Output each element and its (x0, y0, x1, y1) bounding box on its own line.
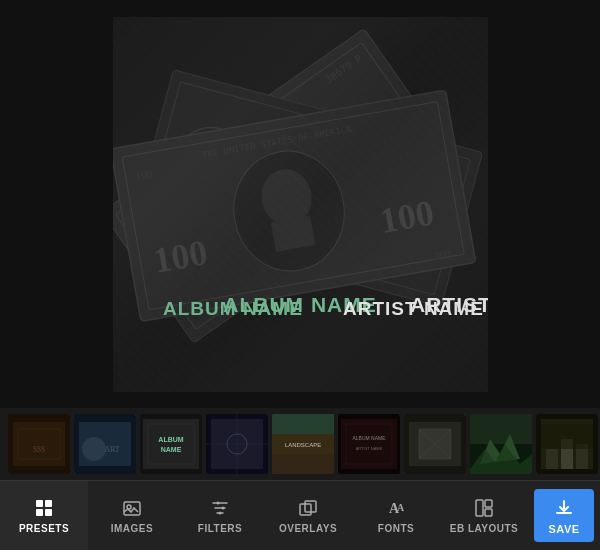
svg-rect-70 (36, 509, 43, 516)
fonts-tab[interactable]: A a FonTS (352, 481, 440, 550)
thumbnail-8[interactable] (470, 414, 532, 474)
svg-rect-25 (13, 422, 65, 466)
filters-label: FILTERS (198, 523, 242, 534)
thumbnail-6[interactable]: ALBUM NAME ARTIST NAME (338, 414, 400, 474)
svg-text:ALBUM: ALBUM (158, 436, 183, 443)
svg-rect-59 (470, 414, 532, 444)
layouts-icon (473, 497, 495, 519)
save-button[interactable]: SAVE (534, 489, 594, 542)
svg-rect-48 (341, 419, 397, 469)
fonts-icon: A a (385, 497, 407, 519)
svg-text:ARTIST NAME: ARTIST NAME (343, 298, 484, 319)
save-label: SAVE (548, 523, 579, 535)
svg-text:a: a (397, 502, 405, 513)
album-cover: 100 J8679 P 100 (113, 17, 488, 392)
layouts-tab[interactable]: EB Layouts (440, 481, 528, 550)
layouts-label: EB Layouts (450, 523, 519, 534)
presets-label: PRESETS (19, 523, 69, 534)
images-label: IMAGES (111, 523, 153, 534)
svg-point-30 (82, 437, 106, 461)
overlays-icon (297, 497, 319, 519)
svg-text:ARTIST NAME: ARTIST NAME (356, 446, 383, 451)
canvas-area: 100 J8679 P 100 (0, 0, 600, 408)
svg-text:ALBUM NAME: ALBUM NAME (163, 298, 303, 319)
images-tab[interactable]: IMAGES (88, 481, 176, 550)
presets-tab[interactable]: PRESETS (0, 481, 88, 550)
filters-tab[interactable]: FILTERS (176, 481, 264, 550)
svg-rect-71 (45, 509, 52, 516)
thumbnail-2[interactable]: ART (74, 414, 136, 474)
toolbar: PRESETS IMAGES FILTERS (0, 480, 600, 550)
svg-rect-44 (272, 414, 334, 434)
save-icon (553, 497, 575, 519)
svg-rect-82 (485, 500, 492, 507)
overlays-label: OVERLAYS (279, 523, 337, 534)
svg-text:$$$: $$$ (33, 445, 45, 454)
svg-point-74 (217, 502, 220, 505)
svg-text:ALBUM NAME: ALBUM NAME (352, 435, 386, 441)
svg-rect-83 (485, 509, 492, 516)
thumbnail-7[interactable] (404, 414, 466, 474)
svg-point-75 (222, 507, 225, 510)
svg-text:LANDSCAPE: LANDSCAPE (285, 442, 321, 448)
svg-rect-67 (541, 424, 593, 449)
thumbnail-5[interactable]: LANDSCAPE (272, 414, 334, 474)
svg-rect-68 (36, 500, 43, 507)
thumbnail-9[interactable] (536, 414, 598, 474)
money-texture: 100 J8679 P 100 (113, 17, 488, 392)
thumbnail-1[interactable]: $$$ (8, 414, 70, 474)
svg-text:ART: ART (104, 445, 120, 454)
presets-icon (33, 497, 55, 519)
svg-rect-72 (124, 502, 140, 515)
svg-rect-64 (546, 449, 558, 469)
fonts-label: FonTS (378, 523, 414, 534)
images-icon (121, 497, 143, 519)
svg-rect-45 (272, 454, 334, 474)
svg-rect-69 (45, 500, 52, 507)
svg-text:NAME: NAME (161, 446, 182, 453)
thumbnail-3[interactable]: ALBUM NAME (140, 414, 202, 474)
svg-point-76 (219, 512, 222, 515)
overlays-tab[interactable]: OVERLAYS (264, 481, 352, 550)
filters-icon (209, 497, 231, 519)
svg-rect-33 (143, 419, 199, 469)
thumbnail-4[interactable] (206, 414, 268, 474)
svg-rect-81 (476, 500, 483, 516)
thumbnail-strip: $$$ ART ALBUM NAME (0, 408, 600, 480)
